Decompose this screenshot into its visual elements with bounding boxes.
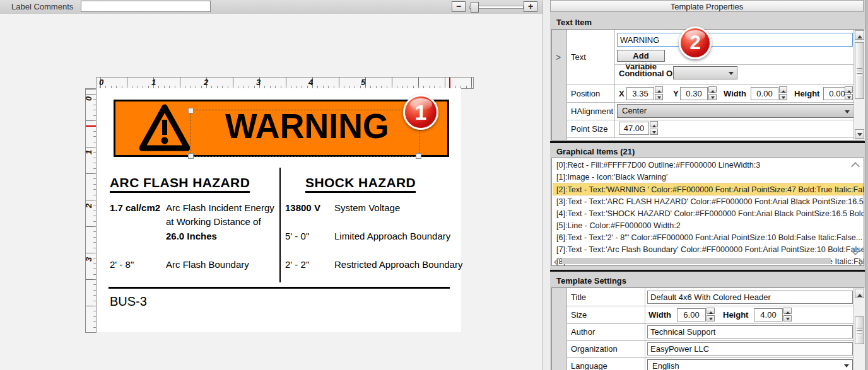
label-comments-input[interactable] [81, 1, 211, 12]
add-variable-button[interactable]: Add Variable [617, 50, 665, 62]
scrollbar-thumb[interactable] [855, 42, 864, 99]
selection-outline[interactable] [190, 110, 419, 157]
chevron-down-icon [845, 110, 850, 116]
incident-energy-desc-line1[interactable]: Arc Flash Incident Energy [166, 202, 274, 213]
zoom-out-button[interactable]: − [452, 1, 466, 12]
halignment-dropdown[interactable]: Center [617, 104, 854, 118]
ruler-number: 2 [84, 204, 93, 208]
shock-hazard-title[interactable]: SHOCK HAZARD [305, 175, 416, 193]
limited-approach-value[interactable]: 5' - 0" [285, 231, 309, 241]
restricted-approach-value[interactable]: 2' - 2" [285, 259, 309, 270]
arc-flash-hazard-title[interactable]: ARC FLASH HAZARD [110, 175, 250, 193]
scroll-up-button[interactable] [855, 30, 864, 40]
size-width-label: Width [648, 310, 671, 320]
restricted-approach-desc[interactable]: Restricted Approach Boundary [334, 259, 462, 270]
row-divider [566, 120, 854, 120]
limited-approach-desc[interactable]: Limited Approach Boundary [334, 231, 450, 241]
list-item[interactable]: [6]:Text - Text:'2' - 8"' Color:#FF00000… [553, 232, 864, 244]
selection-handle[interactable] [188, 108, 194, 113]
system-voltage-value[interactable]: 13800 V [285, 202, 320, 213]
width-label: Width [724, 89, 746, 98]
language-row-label: Language [571, 361, 607, 370]
conditional-on-label: Conditional On [619, 69, 677, 78]
list-item[interactable]: [7]:Text - Text:'Arc Flash Boundary' Col… [553, 244, 864, 256]
chevron-down-icon [844, 364, 849, 370]
scroll-up-button[interactable] [855, 289, 864, 298]
point-size-input[interactable]: 47.00 [619, 122, 649, 135]
row-divider [566, 357, 854, 358]
title-row-label: Title [571, 292, 586, 302]
sub-row-divider [615, 64, 854, 65]
x-value-input[interactable]: 3.35 [626, 87, 654, 100]
conditional-on-dropdown[interactable] [673, 66, 737, 79]
list-item[interactable]: [0]:Rect - Fill:#FFFF7D00 Outline:#FF000… [553, 159, 864, 171]
working-distance-value[interactable]: 26.0 Inches [166, 231, 217, 241]
ruler-cursor-marker-vertical [86, 125, 96, 127]
scrollbar-thumb[interactable] [855, 316, 864, 344]
title-input[interactable] [647, 291, 853, 304]
zoom-slider-thumb[interactable] [471, 2, 479, 13]
panel-title: Template Properties [550, 0, 864, 12]
selection-handle[interactable] [188, 153, 194, 159]
column-divider [614, 30, 615, 137]
size-height-label: Height [723, 310, 748, 320]
organization-input[interactable] [647, 342, 853, 356]
text-item-scrollbar[interactable] [853, 30, 865, 140]
list-item[interactable]: [5]:Line - Color:#FF000000 Width:2 [553, 220, 864, 232]
language-dropdown[interactable]: English [647, 359, 853, 370]
system-voltage-desc[interactable]: System Voltage [334, 202, 400, 213]
settings-scrollbar[interactable] [853, 288, 865, 370]
badge-shine [685, 30, 705, 41]
graphical-items-section-label: Graphical Items (21) [556, 147, 635, 156]
horizontal-ruler: 0 1 2 3 4 5 [96, 77, 474, 89]
label-header-rect[interactable]: WARNING [114, 100, 449, 157]
list-item[interactable]: [1]:Image - Icon:'Black Warning' [553, 171, 864, 183]
y-label: Y [673, 89, 679, 98]
size-width-stepper[interactable] [707, 308, 715, 321]
list-item[interactable]: [4]:Text - Text:'SHOCK HAZARD' Color:#FF… [553, 208, 864, 220]
position-row-label: Position [571, 89, 600, 98]
point-size-stepper[interactable] [650, 121, 659, 135]
zoom-in-button[interactable]: + [524, 1, 537, 12]
template-settings-section-label: Template Settings [556, 276, 626, 286]
ruler-number: 1 [151, 78, 156, 87]
expander-icon[interactable]: > [556, 52, 561, 62]
ruler-number: 3 [84, 257, 93, 262]
incident-energy-desc-line2[interactable]: at Working Distance of [166, 216, 261, 227]
text-value-input[interactable] [617, 33, 853, 47]
size-width-input[interactable]: 6.00 [677, 308, 706, 321]
design-canvas[interactable]: 0 1 2 3 4 5 0 1 2 3 WARNING [0, 14, 542, 370]
selection-handle[interactable] [416, 153, 421, 159]
height-stepper[interactable] [845, 86, 853, 100]
footer-divider-line[interactable] [108, 287, 450, 289]
row-divider [566, 84, 854, 85]
equipment-name[interactable]: BUS-3 [110, 294, 147, 309]
column-divider-line[interactable] [279, 168, 281, 282]
text-item-section-label: Text Item [556, 18, 592, 27]
graphical-items-list: [0]:Rect - Fill:#FFFF7D00 Outline:#FF000… [551, 158, 864, 266]
size-height-input[interactable]: 4.00 [754, 308, 783, 321]
width-stepper[interactable] [779, 86, 788, 100]
row-divider [566, 102, 854, 103]
section-splitter[interactable] [550, 141, 865, 143]
warning-triangle-icon[interactable] [139, 103, 190, 153]
list-item[interactable]: [3]:Text - Text:'ARC FLASH HAZARD' Color… [553, 196, 864, 208]
halignment-row-label: HAlignment [571, 107, 613, 116]
row-gutter [552, 288, 567, 370]
y-stepper[interactable] [708, 86, 717, 100]
incident-energy-value[interactable]: 1.7 cal/cm2 [110, 202, 160, 213]
arc-flash-boundary-value[interactable]: 2' - 8" [110, 259, 134, 270]
arc-flash-boundary-desc[interactable]: Arc Flash Boundary [166, 259, 249, 270]
y-value-input[interactable]: 0.30 [680, 87, 708, 100]
width-value-input[interactable]: 0.00 [751, 87, 778, 100]
size-height-stepper[interactable] [783, 308, 792, 321]
x-stepper[interactable] [655, 86, 664, 100]
scroll-down-button[interactable] [855, 129, 864, 139]
ruler-number: 4 [308, 78, 313, 87]
list-hscrollbar-thumb[interactable] [562, 258, 831, 264]
column-divider [645, 288, 645, 370]
section-splitter[interactable] [550, 270, 865, 272]
author-input[interactable] [647, 325, 853, 338]
label-preview[interactable]: WARNING 1 ARC FLASH HAZARD SHOCK HAZARD … [97, 88, 461, 332]
list-item-selected[interactable]: [2]:Text - Text:'WARNING ' Color:#FF0000… [553, 183, 864, 195]
